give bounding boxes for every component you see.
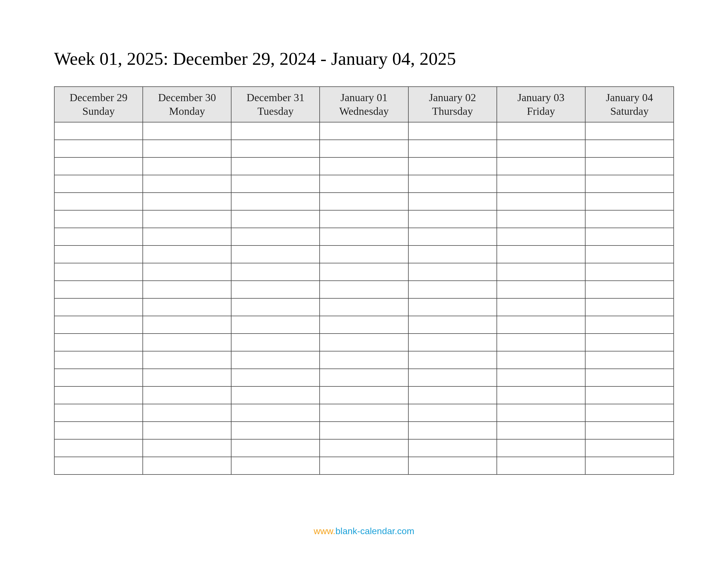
calendar-cell[interactable] bbox=[320, 333, 408, 351]
calendar-cell[interactable] bbox=[231, 246, 320, 263]
calendar-cell[interactable] bbox=[320, 193, 408, 210]
calendar-cell[interactable] bbox=[408, 333, 497, 351]
calendar-cell[interactable] bbox=[54, 140, 143, 157]
calendar-cell[interactable] bbox=[585, 316, 674, 333]
calendar-cell[interactable] bbox=[408, 298, 497, 316]
calendar-cell[interactable] bbox=[143, 369, 231, 386]
calendar-cell[interactable] bbox=[231, 404, 320, 422]
calendar-cell[interactable] bbox=[143, 386, 231, 404]
calendar-cell[interactable] bbox=[54, 333, 143, 351]
calendar-cell[interactable] bbox=[143, 157, 231, 175]
calendar-cell[interactable] bbox=[320, 351, 408, 369]
calendar-cell[interactable] bbox=[585, 369, 674, 386]
calendar-cell[interactable] bbox=[408, 316, 497, 333]
calendar-cell[interactable] bbox=[54, 246, 143, 263]
calendar-cell[interactable] bbox=[143, 351, 231, 369]
calendar-cell[interactable] bbox=[231, 210, 320, 228]
calendar-cell[interactable] bbox=[54, 122, 143, 140]
calendar-cell[interactable] bbox=[585, 157, 674, 175]
calendar-cell[interactable] bbox=[408, 457, 497, 474]
calendar-cell[interactable] bbox=[408, 351, 497, 369]
calendar-cell[interactable] bbox=[54, 210, 143, 228]
calendar-cell[interactable] bbox=[408, 210, 497, 228]
calendar-cell[interactable] bbox=[231, 175, 320, 193]
calendar-cell[interactable] bbox=[408, 246, 497, 263]
calendar-cell[interactable] bbox=[408, 369, 497, 386]
calendar-cell[interactable] bbox=[231, 422, 320, 439]
calendar-cell[interactable] bbox=[231, 281, 320, 298]
calendar-cell[interactable] bbox=[143, 457, 231, 474]
calendar-cell[interactable] bbox=[54, 281, 143, 298]
calendar-cell[interactable] bbox=[231, 351, 320, 369]
calendar-cell[interactable] bbox=[231, 439, 320, 457]
calendar-cell[interactable] bbox=[320, 422, 408, 439]
calendar-cell[interactable] bbox=[54, 228, 143, 246]
calendar-cell[interactable] bbox=[497, 333, 585, 351]
calendar-cell[interactable] bbox=[408, 422, 497, 439]
calendar-cell[interactable] bbox=[54, 193, 143, 210]
calendar-cell[interactable] bbox=[320, 157, 408, 175]
calendar-cell[interactable] bbox=[585, 457, 674, 474]
calendar-cell[interactable] bbox=[320, 210, 408, 228]
calendar-cell[interactable] bbox=[497, 439, 585, 457]
calendar-cell[interactable] bbox=[143, 281, 231, 298]
calendar-cell[interactable] bbox=[497, 175, 585, 193]
calendar-cell[interactable] bbox=[408, 175, 497, 193]
calendar-cell[interactable] bbox=[497, 422, 585, 439]
calendar-cell[interactable] bbox=[54, 457, 143, 474]
calendar-cell[interactable] bbox=[497, 246, 585, 263]
calendar-cell[interactable] bbox=[320, 298, 408, 316]
calendar-cell[interactable] bbox=[143, 140, 231, 157]
calendar-cell[interactable] bbox=[54, 157, 143, 175]
calendar-cell[interactable] bbox=[231, 369, 320, 386]
calendar-cell[interactable] bbox=[143, 422, 231, 439]
calendar-cell[interactable] bbox=[585, 210, 674, 228]
calendar-cell[interactable] bbox=[408, 193, 497, 210]
calendar-cell[interactable] bbox=[585, 175, 674, 193]
calendar-cell[interactable] bbox=[585, 404, 674, 422]
calendar-cell[interactable] bbox=[231, 386, 320, 404]
calendar-cell[interactable] bbox=[408, 263, 497, 281]
calendar-cell[interactable] bbox=[408, 404, 497, 422]
calendar-cell[interactable] bbox=[497, 210, 585, 228]
calendar-cell[interactable] bbox=[143, 175, 231, 193]
calendar-cell[interactable] bbox=[497, 281, 585, 298]
calendar-cell[interactable] bbox=[231, 193, 320, 210]
calendar-cell[interactable] bbox=[585, 422, 674, 439]
calendar-cell[interactable] bbox=[54, 263, 143, 281]
calendar-cell[interactable] bbox=[585, 263, 674, 281]
calendar-cell[interactable] bbox=[54, 298, 143, 316]
calendar-cell[interactable] bbox=[143, 210, 231, 228]
calendar-cell[interactable] bbox=[320, 386, 408, 404]
calendar-cell[interactable] bbox=[585, 193, 674, 210]
calendar-cell[interactable] bbox=[320, 404, 408, 422]
calendar-cell[interactable] bbox=[497, 386, 585, 404]
calendar-cell[interactable] bbox=[54, 422, 143, 439]
calendar-cell[interactable] bbox=[497, 351, 585, 369]
calendar-cell[interactable] bbox=[231, 228, 320, 246]
calendar-cell[interactable] bbox=[320, 228, 408, 246]
calendar-cell[interactable] bbox=[320, 439, 408, 457]
calendar-cell[interactable] bbox=[231, 298, 320, 316]
calendar-cell[interactable] bbox=[497, 369, 585, 386]
calendar-cell[interactable] bbox=[143, 439, 231, 457]
calendar-cell[interactable] bbox=[497, 404, 585, 422]
calendar-cell[interactable] bbox=[143, 246, 231, 263]
calendar-cell[interactable] bbox=[585, 281, 674, 298]
calendar-cell[interactable] bbox=[320, 316, 408, 333]
calendar-cell[interactable] bbox=[497, 457, 585, 474]
calendar-cell[interactable] bbox=[320, 246, 408, 263]
calendar-cell[interactable] bbox=[585, 228, 674, 246]
calendar-cell[interactable] bbox=[231, 140, 320, 157]
calendar-cell[interactable] bbox=[585, 439, 674, 457]
calendar-cell[interactable] bbox=[408, 157, 497, 175]
calendar-cell[interactable] bbox=[585, 122, 674, 140]
calendar-cell[interactable] bbox=[585, 298, 674, 316]
calendar-cell[interactable] bbox=[143, 333, 231, 351]
calendar-cell[interactable] bbox=[408, 439, 497, 457]
calendar-cell[interactable] bbox=[497, 157, 585, 175]
calendar-cell[interactable] bbox=[585, 386, 674, 404]
calendar-cell[interactable] bbox=[320, 263, 408, 281]
calendar-cell[interactable] bbox=[320, 281, 408, 298]
calendar-cell[interactable] bbox=[585, 140, 674, 157]
